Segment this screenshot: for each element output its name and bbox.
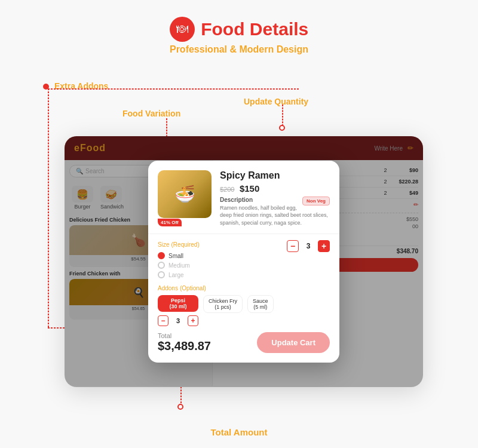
modal-overlay: 🍜 41% Off Spicy Ramen $200 $150 Descript… [65, 136, 423, 387]
food-name: Spicy Ramen [220, 170, 330, 181]
size-qty-plus-button[interactable]: + [318, 240, 330, 252]
description-label: Description Non Veg [220, 197, 330, 203]
addon-qty-value: 3 [173, 317, 183, 324]
size-qty-value: 3 [304, 242, 313, 250]
total-amount-dot [177, 404, 183, 410]
size-large-label: Large [168, 272, 184, 278]
price-old: $200 [220, 186, 234, 193]
addon-row: Pepsi (30 ml) − 3 + Chicken Fry (1 pcs) [158, 295, 330, 326]
addon-pepsi[interactable]: Pepsi (30 ml) − 3 + [158, 295, 198, 326]
modal-total-label: Total [158, 332, 211, 339]
addon-qty-minus-button[interactable]: − [158, 315, 168, 326]
modal-top: 🍜 41% Off Spicy Ramen $200 $150 Descript… [148, 161, 339, 234]
price-new: $150 [240, 183, 259, 194]
size-section: Size (Required) − 3 + Small Medium Large [148, 240, 339, 278]
update-quantity-label: Update Quantity [244, 97, 308, 106]
addon-chicken-fry[interactable]: Chicken Fry (1 pcs) [203, 295, 243, 326]
addons-section-title: Addons (Optional) [158, 284, 330, 291]
size-small[interactable]: Small [158, 252, 330, 259]
svg-text:🍽: 🍽 [176, 22, 188, 35]
modal-total-wrap: Total $3,489.87 [158, 332, 211, 353]
update-quantity-dot [279, 125, 285, 131]
addon-chicken-fry-label: Chicken Fry (1 pcs) [203, 295, 243, 313]
modal-footer: Total $3,489.87 Update Cart [148, 332, 339, 353]
addon-qty-control: − 3 + [158, 315, 198, 326]
size-small-label: Small [168, 253, 183, 259]
size-medium-radio [158, 262, 165, 269]
description-text: Ramen noodles, half boiled egg, deep fri… [220, 204, 330, 227]
size-qty-minus-button[interactable]: − [287, 240, 299, 252]
discount-badge: 41% Off [158, 219, 182, 226]
update-quantity-line [282, 105, 283, 126]
size-small-radio [158, 252, 165, 259]
size-medium[interactable]: Medium [158, 262, 330, 269]
size-qty-control: − 3 + [287, 240, 330, 252]
addon-pepsi-label: Pepsi (30 ml) [158, 295, 198, 312]
size-large-radio [158, 271, 165, 278]
food-variation-label: Food Variation [122, 109, 180, 118]
food-image: 🍜 [158, 170, 212, 218]
food-detail-modal: 🍜 41% Off Spicy Ramen $200 $150 Descript… [148, 161, 339, 363]
page-header: 🍽 Food Details Professional & Modern Des… [0, 0, 478, 61]
modal-total-value: $3,489.87 [158, 339, 211, 353]
modal-image-wrap: 🍜 41% Off [158, 170, 212, 227]
extra-addons-line-h [48, 88, 299, 90]
addon-sauce-label: Sauce (5 ml) [247, 295, 274, 313]
addon-qty-plus-button[interactable]: + [188, 315, 198, 326]
size-section-title: Size (Required) [158, 241, 200, 248]
addons-section: Addons (Optional) Pepsi (30 ml) − 3 + [148, 284, 339, 326]
page-subtitle: Professional & Modern Design [0, 44, 478, 55]
fork-knife-icon: 🍽 [170, 23, 201, 33]
total-amount-annotation: Total Amount [211, 427, 268, 437]
modal-divider [148, 234, 339, 234]
addon-sauce[interactable]: Sauce (5 ml) [247, 295, 274, 326]
update-cart-button[interactable]: Update Cart [257, 332, 330, 353]
non-veg-badge: Non Veg [302, 197, 330, 205]
page-title: Food Details [201, 19, 308, 39]
modal-info: Spicy Ramen $200 $150 Description Non Ve… [220, 170, 330, 227]
extra-addons-line [48, 88, 49, 327]
total-amount-label: Total Amount [211, 427, 268, 437]
size-medium-label: Medium [168, 262, 190, 269]
size-large[interactable]: Large [158, 271, 330, 278]
